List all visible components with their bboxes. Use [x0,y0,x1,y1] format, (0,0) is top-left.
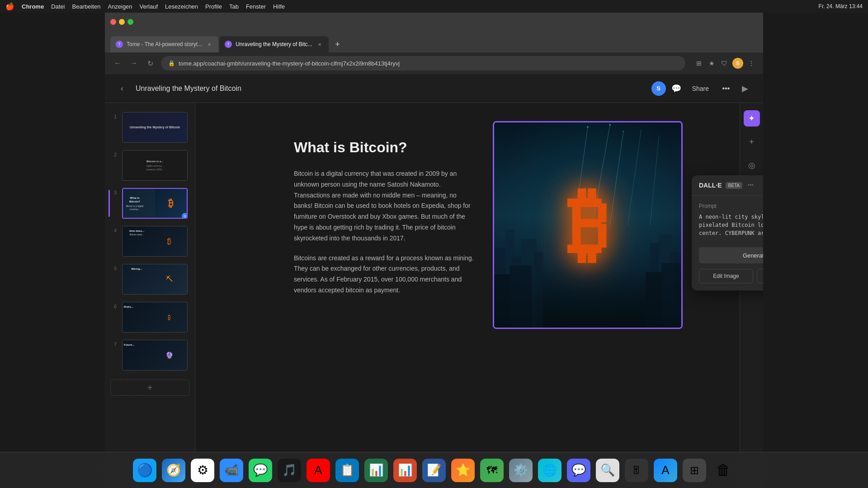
header-right: S 💬 Share ••• ▶ [651,81,752,96]
dock-safari[interactable]: 🧭 [161,458,186,483]
app-header: ‹ Unraveling the Mystery of Bitcoin S 💬 … [105,74,763,103]
dock-appstore[interactable]: A [653,458,678,483]
browser-window: T Tome - The AI-powered storyt... ✕ T Un… [105,13,763,488]
dock-maps[interactable]: 🗺 [479,458,505,483]
dock-powerpoint[interactable]: 📊 [392,458,418,483]
prompt-input[interactable] [699,213,763,240]
prompt-label-row: Prompt ℹ [699,203,763,209]
tab1-close[interactable]: ✕ [206,41,213,48]
tabs-row: T Tome - The AI-powered storyt... ✕ T Un… [105,31,763,52]
extension-btn[interactable]: ⊞ [694,59,703,68]
back-to-home-button[interactable]: ‹ [116,82,128,95]
add-slide-button[interactable]: + [110,380,189,396]
share-button[interactable]: Share [687,82,714,95]
menu-bearbeiten[interactable]: Bearbeiten [72,3,100,10]
dock-adobe[interactable]: A [306,458,331,483]
more-options-button[interactable]: ••• [720,82,732,95]
ai-assist-button[interactable]: ✦ [744,110,760,127]
slide-canvas: What is Bitcoin? Bitcoin is a digital cu… [276,121,683,392]
dock-trash[interactable]: 🗑 [711,458,736,483]
tab2-close[interactable]: ✕ [316,41,323,48]
dock: 🔵 🧭 ⚙ 📹 💬 🎵 A 📋 📊 [0,452,868,488]
dock-grid[interactable]: ⊞ [682,458,707,483]
browser-actions: ⊞ ★ 🛡 S ⋮ [694,58,756,69]
dock-word[interactable]: 📝 [421,458,447,483]
dock-search[interactable]: 🔍 [595,458,620,483]
fullscreen-window-button[interactable] [127,19,133,25]
history-button[interactable]: History [757,269,763,283]
slide-thumbnail-3[interactable]: 3 What is Bitcoin? Bitcoin is a digital … [110,186,189,221]
slide-title: What is Bitcoin? [294,139,475,156]
menu-anzeigen[interactable]: Anzeigen [108,3,132,10]
slide-thumbnail-2[interactable]: 2 Bitcoin is a... digital currency... cr… [110,148,189,183]
address-bar[interactable]: 🔒 tome.app/coachai-gmbh/unraveling-the-m… [161,56,685,70]
traffic-lights [110,19,133,25]
slide-thumbnail-6[interactable]: 6 Risks... ₿ [110,300,189,334]
dock-audio[interactable]: 🎚 [624,458,649,483]
dock-zoom[interactable]: 📹 [219,458,244,483]
main-layout: 1 Unraveling the Mystery of Bitcoin 2 [105,103,763,488]
reload-button[interactable]: ↻ [145,58,156,69]
dalle-panel-body: Prompt ℹ Generate Edit Image History [692,196,763,291]
slide-number-6: 6 [112,304,118,309]
forward-nav-button[interactable]: → [128,58,139,69]
edit-image-button[interactable]: Edit Image [699,269,753,283]
dock-system-prefs[interactable]: ⚙️ [508,458,533,483]
tab2-favicon: T [225,41,232,48]
tab-1[interactable]: T Tome - The AI-powered storyt... ✕ [110,36,218,52]
dock-finder[interactable]: 🔵 [132,458,157,483]
slide-number-4: 4 [112,228,118,233]
dock-chrome[interactable]: ⚙ [190,458,215,483]
url-text: tome.app/coachai-gmbh/unraveling-the-mys… [179,60,678,67]
slide-preview-2: Bitcoin is a... digital currency... crea… [122,150,188,181]
new-tab-button[interactable]: + [331,38,344,51]
slide-thumbnail-5[interactable]: 5 Mining... ⛏ [110,262,189,296]
dalle-panel-header: DALL·E BETA ••• ✕ [692,175,763,196]
user-on-slide-3: S [181,212,188,219]
target-button[interactable]: ◎ [744,157,760,174]
slide-body: Bitcoin is a digital currency that was c… [294,169,475,296]
dalle-more-btn[interactable]: ••• [748,182,754,188]
menu-chrome[interactable]: Chrome [22,3,44,10]
dalle-actions: Edit Image History [699,269,763,283]
slide-number-5: 5 [112,266,118,271]
shield-btn[interactable]: 🛡 [720,59,729,68]
apple-menu[interactable]: 🍎 [5,2,14,11]
play-presentation-button[interactable]: ▶ [738,81,752,96]
user-avatar[interactable]: S [651,81,666,96]
slide-thumbnail-7[interactable]: 7 Future... 🔮 [110,338,189,372]
more-options-btn[interactable]: ⋮ [747,59,756,68]
menu-profile[interactable]: Profile [205,3,222,10]
dock-trello[interactable]: 📋 [335,458,360,483]
dock-excel[interactable]: 📊 [363,458,389,483]
dock-whatsapp[interactable]: 💬 [248,458,273,483]
active-slide-indicator [108,190,110,217]
slide-thumbnail-4[interactable]: 4 How does... Bitcoin work... ₿ [110,224,189,258]
menu-hilfe[interactable]: Hilfe [273,3,285,10]
tab2-title: Unraveling the Mystery of Bitc... [236,41,312,47]
slide-thumbnail-1[interactable]: 1 Unraveling the Mystery of Bitcoin [110,110,189,145]
dock-spotify[interactable]: 🎵 [277,458,302,483]
menu-fenster[interactable]: Fenster [246,3,266,10]
back-nav-button[interactable]: ← [112,58,123,69]
menu-datei[interactable]: Datei [51,3,65,10]
menu-tab[interactable]: Tab [229,3,239,10]
comments-button[interactable]: 💬 [671,84,681,94]
generate-button[interactable]: Generate [699,247,763,263]
close-window-button[interactable] [110,19,116,25]
menu-bar: 🍎 Chrome Datei Bearbeiten Anzeigen Verla… [0,0,868,13]
tab-2[interactable]: T Unraveling the Mystery of Bitc... ✕ [219,36,328,52]
app-content: ‹ Unraveling the Mystery of Bitcoin S 💬 … [105,74,763,488]
slide-preview-1: Unraveling the Mystery of Bitcoin [122,112,188,143]
slide-image-panel[interactable]: ₿ DALL·E BETA ••• [493,121,683,392]
profile-btn[interactable]: S [732,58,743,69]
dock-browser[interactable]: 🌐 [537,458,562,483]
slide-image: ₿ [493,121,683,329]
bookmark-btn[interactable]: ★ [707,59,716,68]
add-content-button[interactable]: + [744,134,760,150]
menu-lesezeichen[interactable]: Lesezeichen [165,3,198,10]
dock-stars[interactable]: ⭐ [450,458,476,483]
menu-verlauf[interactable]: Verlauf [140,3,158,10]
dock-discord[interactable]: 💬 [566,458,591,483]
minimize-window-button[interactable] [119,19,125,25]
